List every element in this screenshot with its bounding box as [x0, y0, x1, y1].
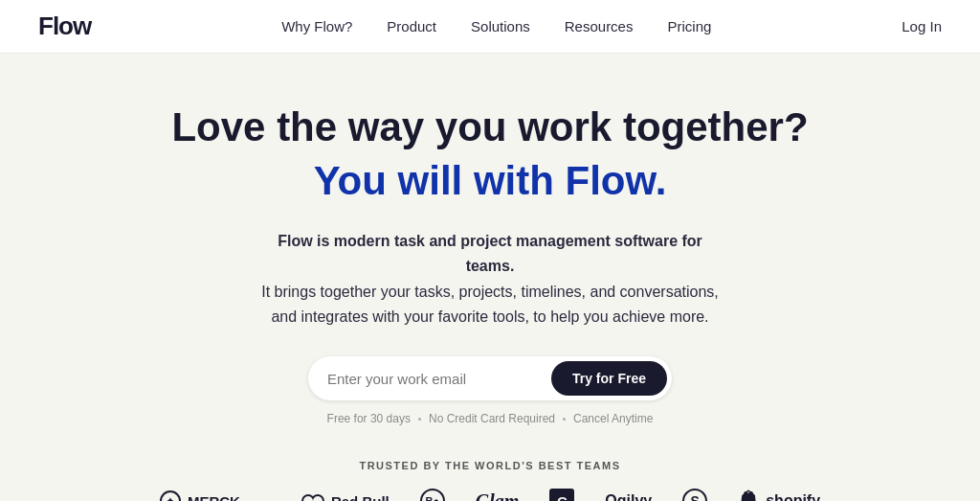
skullcandy-icon: S [682, 489, 707, 501]
hero-description-bold: Flow is modern task and project manageme… [278, 233, 702, 274]
brand-glam: Glam [476, 490, 520, 501]
nav-resources[interactable]: Resources [565, 18, 634, 34]
merck-icon: ✦ [160, 490, 181, 501]
dot-1 [418, 418, 421, 421]
redbull-icon [301, 490, 324, 501]
dot-2 [563, 418, 566, 421]
glam-label: Glam [476, 490, 520, 501]
brand-carhartt: C [549, 489, 574, 501]
brand-merck: ✦ MERCK [160, 490, 240, 501]
brand-redbull: Red Bull [301, 490, 390, 501]
hero-subheadline: You will with Flow. [314, 157, 667, 205]
nav-product[interactable]: Product [387, 18, 436, 34]
redbull-label: Red Bull [331, 493, 390, 501]
hero-description-regular: It brings together your tasks, projects,… [261, 284, 719, 325]
hero-headline: Love the way you work together? [171, 103, 808, 151]
note-cancel: Cancel Anytime [573, 412, 653, 425]
bo-icon: B● [420, 489, 445, 501]
logo[interactable]: Flow [38, 11, 91, 41]
nav-solutions[interactable]: Solutions [471, 18, 530, 34]
cta-button[interactable]: Try for Free [551, 361, 667, 396]
brand-skullcandy: S [682, 489, 707, 501]
carhartt-icon: C [549, 489, 574, 501]
merck-label: MERCK [188, 493, 240, 501]
navbar: Flow Why Flow? Product Solutions Resourc… [0, 0, 980, 54]
hero-description: Flow is modern task and project manageme… [260, 229, 720, 330]
trusted-section: TRUSTED BY THE WORLD'S BEST TEAMS ✦ MERC… [160, 460, 820, 501]
brand-bo: B● [420, 489, 445, 501]
brand-ogilvy: Ogilvy [605, 492, 652, 501]
hero-section: Love the way you work together? You will… [0, 54, 980, 501]
brand-shopify: shopify [738, 490, 820, 501]
note-free: Free for 30 days [327, 412, 411, 425]
email-form: Try for Free [308, 356, 672, 400]
login-link[interactable]: Log In [902, 18, 942, 34]
nav-why-flow[interactable]: Why Flow? [281, 18, 352, 34]
email-input[interactable] [327, 371, 551, 387]
shopify-label: shopify [766, 492, 820, 501]
nav-links: Why Flow? Product Solutions Resources Pr… [281, 18, 711, 35]
note-credit: No Credit Card Required [429, 412, 555, 425]
trusted-label: TRUSTED BY THE WORLD'S BEST TEAMS [359, 460, 620, 471]
brand-logos: ✦ MERCK Red Bull B● [160, 489, 820, 501]
shopify-bag-icon [738, 490, 759, 501]
form-note: Free for 30 days No Credit Card Required… [327, 412, 654, 425]
ogilvy-label: Ogilvy [605, 492, 652, 501]
nav-pricing[interactable]: Pricing [667, 18, 711, 34]
